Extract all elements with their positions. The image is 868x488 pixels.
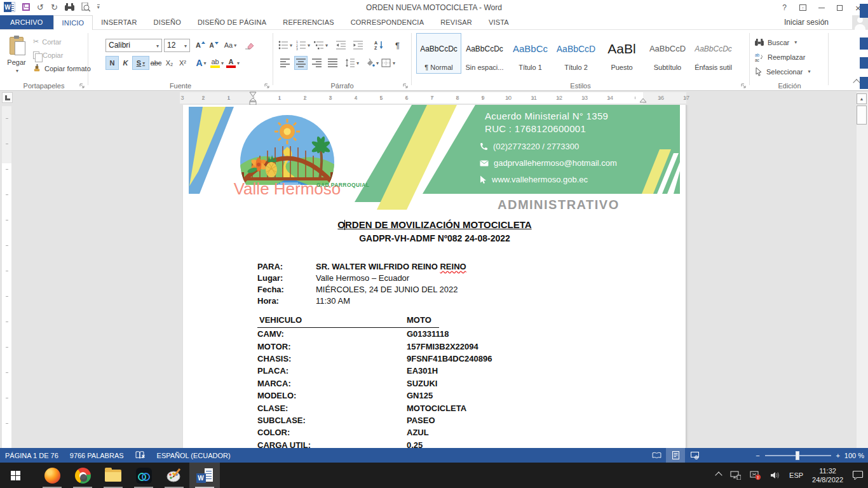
style-heading-2[interactable]: AaBbCcDTítulo 2	[553, 33, 599, 74]
word-count[interactable]: 9766 PALABRAS	[70, 452, 124, 459]
font-size-select[interactable]: 12	[164, 39, 190, 52]
undo-icon[interactable]: ↺	[37, 3, 44, 11]
style-title[interactable]: AaBlPuesto	[599, 33, 644, 74]
v-scrollbar[interactable]	[856, 92, 868, 448]
increase-indent-button[interactable]	[351, 38, 365, 52]
tab-archivo[interactable]: ARCHIVO	[0, 15, 53, 29]
language-indicator[interactable]: ESPAÑOL (ECUADOR)	[157, 452, 231, 459]
print-preview-icon[interactable]	[81, 3, 90, 11]
cut-button[interactable]: ✂Cortar	[33, 35, 91, 48]
right-indent-marker[interactable]	[639, 98, 647, 104]
taskbar-word[interactable]: W	[189, 463, 220, 488]
customize-qat-icon[interactable]: ▾	[97, 4, 100, 10]
bullets-button[interactable]	[278, 38, 292, 52]
zoom-in-button[interactable]: +	[836, 452, 840, 459]
ribbon-display-options-button[interactable]: ↑	[794, 0, 812, 15]
paste-dropdown-icon[interactable]	[15, 66, 18, 74]
save-icon[interactable]	[22, 3, 30, 11]
align-center-button[interactable]	[294, 56, 308, 70]
justify-button[interactable]	[326, 56, 339, 70]
line-spacing-button[interactable]	[345, 56, 359, 70]
bold-button[interactable]: N	[105, 56, 119, 70]
style-subtle-emphasis[interactable]: AaBbCcDcÉnfasis sutil	[691, 33, 736, 74]
grow-font-button[interactable]: A	[194, 38, 207, 52]
zoom-slider-thumb[interactable]	[796, 451, 799, 460]
page-indicator[interactable]: PÁGINA 1 DE 76	[5, 452, 58, 459]
paragraph-dialog-launcher[interactable]	[403, 83, 408, 88]
italic-button[interactable]: K	[119, 56, 132, 70]
font-family-select[interactable]: Calibri	[105, 39, 162, 52]
shrink-font-button[interactable]: A	[207, 38, 220, 52]
strikethrough-button[interactable]: abc	[149, 56, 163, 70]
help-button[interactable]: ?	[775, 0, 794, 15]
tab-diseno-de-pagina[interactable]: DISEÑO DE PÁGINA	[189, 15, 275, 29]
tab-inicio[interactable]: INICIO	[53, 15, 93, 30]
tab-correspondencia[interactable]: CORRESPONDENCIA	[342, 15, 432, 29]
v-ruler[interactable]	[2, 106, 11, 448]
tab-referencias[interactable]: REFERENCIAS	[275, 15, 342, 29]
decrease-indent-button[interactable]	[334, 38, 348, 52]
clipboard-dialog-launcher[interactable]	[79, 83, 85, 88]
restore-button[interactable]	[831, 0, 849, 15]
font-dialog-launcher[interactable]	[264, 83, 269, 88]
scroll-up-button[interactable]: ▲	[857, 93, 867, 104]
multilevel-list-button[interactable]	[314, 38, 328, 52]
replace-button[interactable]: abacReemplazar	[755, 50, 811, 64]
select-button[interactable]: Seleccionar	[755, 65, 811, 78]
tab-vista[interactable]: VISTA	[480, 15, 517, 29]
word-app-icon[interactable]: W	[4, 2, 15, 12]
scrollbar-thumb[interactable]	[857, 105, 867, 125]
underline-button[interactable]: S	[132, 56, 149, 70]
taskbar-firefox[interactable]	[37, 463, 67, 488]
zoom-level[interactable]: 100 %	[844, 448, 864, 463]
taskbar-chrome[interactable]	[67, 463, 98, 488]
change-case-button[interactable]: Aa	[224, 38, 237, 52]
tab-selector[interactable]	[2, 92, 13, 103]
borders-button[interactable]	[381, 56, 395, 70]
zoom-out-button[interactable]: −	[756, 452, 759, 459]
taskbar-webex[interactable]	[128, 463, 159, 488]
style-subtitle[interactable]: AaBbCcDSubtítulo	[645, 33, 690, 74]
clear-formatting-button[interactable]	[243, 38, 256, 52]
sort-button[interactable]: AZ	[372, 38, 386, 52]
copy-button[interactable]: Copiar	[33, 48, 91, 62]
collapse-ribbon-icon[interactable]	[853, 79, 860, 86]
taskbar-file-explorer[interactable]	[98, 463, 128, 488]
styles-dialog-launcher[interactable]	[741, 83, 746, 88]
start-button[interactable]	[0, 463, 31, 488]
find-icon[interactable]	[65, 3, 74, 11]
read-mode-button[interactable]	[647, 448, 666, 463]
show-hidden-icons-button[interactable]	[712, 463, 726, 488]
sign-in-link[interactable]: Iniciar sesión	[784, 18, 829, 27]
volume-tray-icon[interactable]	[766, 463, 785, 488]
tab-revisar[interactable]: REVISAR	[432, 15, 480, 29]
superscript-button[interactable]: X²	[176, 56, 189, 70]
indent-markers[interactable]	[249, 92, 257, 105]
redo-icon[interactable]: ↻	[51, 3, 58, 11]
style-heading-1[interactable]: AaBbCcTítulo 1	[508, 33, 553, 74]
document-page[interactable]: Valle Hermoso GAD PARROQUIAL Acuerdo Min…	[183, 105, 686, 448]
print-layout-button[interactable]	[666, 448, 685, 463]
input-language[interactable]: ESP	[785, 463, 808, 488]
tab-diseno[interactable]: DISEÑO	[146, 15, 189, 29]
proofing-icon[interactable]	[135, 451, 146, 459]
show-paragraph-marks-button[interactable]: ¶	[391, 38, 404, 52]
numbering-button[interactable]: 123	[296, 38, 310, 52]
style-no-spacing[interactable]: AaBbCcDcSin espaci...	[462, 33, 507, 74]
action-center-button[interactable]	[848, 463, 868, 488]
font-color-button[interactable]: A	[226, 56, 240, 70]
minimize-button[interactable]	[812, 0, 831, 15]
align-right-button[interactable]	[310, 56, 323, 70]
tab-insertar[interactable]: INSERTAR	[93, 15, 145, 29]
paste-button[interactable]: Pegar	[3, 33, 30, 88]
h-ruler[interactable]: 32112345678910111213141617	[180, 92, 686, 104]
tray-clock[interactable]: 11:32 24/8/2022	[808, 463, 848, 488]
find-button[interactable]: Buscar	[755, 36, 811, 49]
taskbar-paint[interactable]	[159, 463, 189, 488]
network-tray-icon[interactable]	[726, 463, 745, 488]
zoom-slider[interactable]	[765, 455, 831, 456]
web-layout-button[interactable]	[685, 448, 704, 463]
subscript-button[interactable]: X₂	[163, 56, 176, 70]
highlight-color-button[interactable]: ab	[210, 56, 224, 70]
shading-button[interactable]	[365, 56, 379, 70]
